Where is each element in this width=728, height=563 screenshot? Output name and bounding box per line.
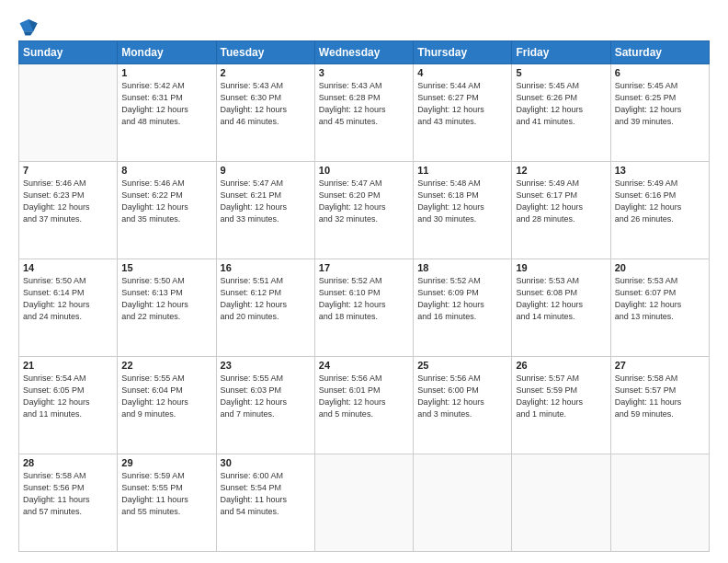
calendar-cell: 3Sunrise: 5:43 AM Sunset: 6:28 PM Daylig… [314,64,413,162]
day-info: Sunrise: 5:53 AM Sunset: 6:07 PM Dayligh… [615,275,705,323]
calendar-cell: 17Sunrise: 5:52 AM Sunset: 6:10 PM Dayli… [314,259,413,357]
weekday-header-wednesday: Wednesday [314,41,413,64]
day-info: Sunrise: 5:42 AM Sunset: 6:31 PM Dayligh… [121,80,211,128]
day-info: Sunrise: 5:50 AM Sunset: 6:14 PM Dayligh… [23,275,113,323]
day-info: Sunrise: 5:56 AM Sunset: 6:01 PM Dayligh… [319,373,409,420]
calendar-cell: 8Sunrise: 5:46 AM Sunset: 6:22 PM Daylig… [118,162,216,259]
day-number: 15 [121,262,211,273]
day-number: 4 [417,67,507,78]
weekday-header-saturday: Saturday [610,41,709,64]
calendar-cell: 10Sunrise: 5:47 AM Sunset: 6:20 PM Dayli… [314,162,413,259]
day-info: Sunrise: 5:45 AM Sunset: 6:26 PM Dayligh… [516,80,606,128]
weekday-header-friday: Friday [512,41,610,64]
calendar-cell: 4Sunrise: 5:44 AM Sunset: 6:27 PM Daylig… [414,64,512,162]
calendar-cell: 29Sunrise: 5:59 AM Sunset: 5:55 PM Dayli… [118,454,216,552]
calendar-cell: 16Sunrise: 5:51 AM Sunset: 6:12 PM Dayli… [216,259,314,357]
logo [18,17,42,37]
week-row-5: 28Sunrise: 5:58 AM Sunset: 5:56 PM Dayli… [19,454,710,552]
day-info: Sunrise: 5:58 AM Sunset: 5:57 PM Dayligh… [615,373,705,420]
calendar-cell: 2Sunrise: 5:43 AM Sunset: 6:30 PM Daylig… [216,64,314,162]
calendar-cell: 9Sunrise: 5:47 AM Sunset: 6:21 PM Daylig… [216,162,314,259]
day-info: Sunrise: 5:47 AM Sunset: 6:20 PM Dayligh… [319,178,409,225]
calendar-cell [512,454,610,552]
calendar-table: SundayMondayTuesdayWednesdayThursdayFrid… [18,40,710,552]
calendar-cell: 26Sunrise: 5:57 AM Sunset: 5:59 PM Dayli… [512,357,610,454]
day-number: 8 [121,165,211,176]
calendar-cell: 28Sunrise: 5:58 AM Sunset: 5:56 PM Dayli… [19,454,118,552]
day-info: Sunrise: 5:54 AM Sunset: 6:05 PM Dayligh… [23,373,113,420]
calendar-cell [314,454,413,552]
day-info: Sunrise: 6:00 AM Sunset: 5:54 PM Dayligh… [221,470,311,518]
day-info: Sunrise: 5:59 AM Sunset: 5:55 PM Dayligh… [121,470,211,518]
calendar-cell: 25Sunrise: 5:56 AM Sunset: 6:00 PM Dayli… [414,357,512,454]
weekday-header-monday: Monday [118,41,216,64]
day-number: 24 [319,360,409,371]
day-info: Sunrise: 5:52 AM Sunset: 6:10 PM Dayligh… [319,275,409,323]
day-number: 23 [221,360,311,371]
day-number: 18 [417,262,507,273]
calendar-cell: 22Sunrise: 5:55 AM Sunset: 6:04 PM Dayli… [118,357,216,454]
calendar-cell: 18Sunrise: 5:52 AM Sunset: 6:09 PM Dayli… [414,259,512,357]
calendar-cell [610,454,709,552]
day-number: 30 [221,457,311,468]
day-number: 7 [23,165,113,176]
day-number: 20 [615,262,705,273]
page: SundayMondayTuesdayWednesdayThursdayFrid… [0,0,728,563]
day-number: 10 [319,165,409,176]
day-number: 17 [319,262,409,273]
logo-icon [18,17,39,37]
calendar-cell: 15Sunrise: 5:50 AM Sunset: 6:13 PM Dayli… [118,259,216,357]
day-number: 29 [121,457,211,468]
calendar-cell: 30Sunrise: 6:00 AM Sunset: 5:54 PM Dayli… [216,454,314,552]
day-info: Sunrise: 5:50 AM Sunset: 6:13 PM Dayligh… [121,275,211,323]
calendar-cell: 23Sunrise: 5:55 AM Sunset: 6:03 PM Dayli… [216,357,314,454]
day-number: 16 [221,262,311,273]
day-number: 22 [121,360,211,371]
day-number: 26 [516,360,606,371]
day-number: 21 [23,360,113,371]
day-number: 2 [221,67,311,78]
day-info: Sunrise: 5:51 AM Sunset: 6:12 PM Dayligh… [221,275,311,323]
day-info: Sunrise: 5:44 AM Sunset: 6:27 PM Dayligh… [417,80,507,128]
day-info: Sunrise: 5:47 AM Sunset: 6:21 PM Dayligh… [221,178,311,225]
day-info: Sunrise: 5:55 AM Sunset: 6:03 PM Dayligh… [221,373,311,420]
day-number: 13 [615,165,705,176]
weekday-header-thursday: Thursday [414,41,512,64]
calendar-cell [414,454,512,552]
day-info: Sunrise: 5:55 AM Sunset: 6:04 PM Dayligh… [121,373,211,420]
day-info: Sunrise: 5:46 AM Sunset: 6:23 PM Dayligh… [23,178,113,225]
day-number: 14 [23,262,113,273]
week-row-3: 14Sunrise: 5:50 AM Sunset: 6:14 PM Dayli… [19,259,710,357]
calendar-cell: 12Sunrise: 5:49 AM Sunset: 6:17 PM Dayli… [512,162,610,259]
header [18,17,710,37]
day-number: 3 [319,67,409,78]
day-info: Sunrise: 5:52 AM Sunset: 6:09 PM Dayligh… [417,275,507,323]
day-number: 27 [615,360,705,371]
day-info: Sunrise: 5:56 AM Sunset: 6:00 PM Dayligh… [417,373,507,420]
day-info: Sunrise: 5:57 AM Sunset: 5:59 PM Dayligh… [516,373,606,420]
calendar-cell: 7Sunrise: 5:46 AM Sunset: 6:23 PM Daylig… [19,162,118,259]
week-row-2: 7Sunrise: 5:46 AM Sunset: 6:23 PM Daylig… [19,162,710,259]
calendar-cell: 24Sunrise: 5:56 AM Sunset: 6:01 PM Dayli… [314,357,413,454]
day-number: 19 [516,262,606,273]
weekday-header-tuesday: Tuesday [216,41,314,64]
day-info: Sunrise: 5:48 AM Sunset: 6:18 PM Dayligh… [417,178,507,225]
calendar-cell: 14Sunrise: 5:50 AM Sunset: 6:14 PM Dayli… [19,259,118,357]
week-row-4: 21Sunrise: 5:54 AM Sunset: 6:05 PM Dayli… [19,357,710,454]
calendar-cell: 13Sunrise: 5:49 AM Sunset: 6:16 PM Dayli… [610,162,709,259]
day-info: Sunrise: 5:49 AM Sunset: 6:17 PM Dayligh… [516,178,606,225]
calendar-cell: 11Sunrise: 5:48 AM Sunset: 6:18 PM Dayli… [414,162,512,259]
svg-marker-2 [24,31,33,35]
day-number: 5 [516,67,606,78]
day-info: Sunrise: 5:58 AM Sunset: 5:56 PM Dayligh… [23,470,113,518]
day-number: 1 [121,67,211,78]
calendar-cell: 1Sunrise: 5:42 AM Sunset: 6:31 PM Daylig… [118,64,216,162]
calendar-cell: 19Sunrise: 5:53 AM Sunset: 6:08 PM Dayli… [512,259,610,357]
day-info: Sunrise: 5:43 AM Sunset: 6:30 PM Dayligh… [221,80,311,128]
day-number: 25 [417,360,507,371]
calendar-cell [19,64,118,162]
day-info: Sunrise: 5:46 AM Sunset: 6:22 PM Dayligh… [121,178,211,225]
week-row-1: 1Sunrise: 5:42 AM Sunset: 6:31 PM Daylig… [19,64,710,162]
day-info: Sunrise: 5:43 AM Sunset: 6:28 PM Dayligh… [319,80,409,128]
calendar-cell: 5Sunrise: 5:45 AM Sunset: 6:26 PM Daylig… [512,64,610,162]
